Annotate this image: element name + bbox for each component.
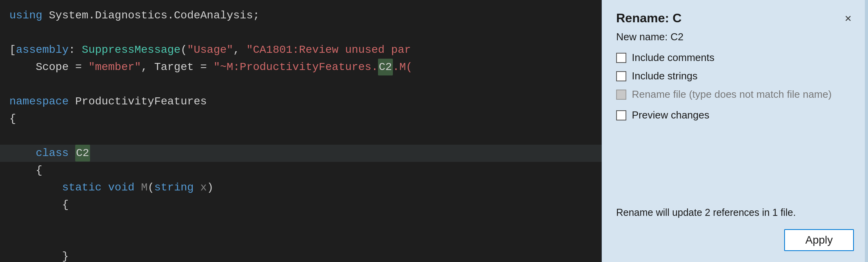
code-line-14: } (0, 248, 602, 262)
code-line-6: { (0, 110, 602, 127)
panel-scrollbar (865, 0, 868, 262)
checkbox-include-comments[interactable] (616, 53, 626, 63)
code-line-1: using System.Diagnostics.CodeAnalysis; (0, 7, 602, 24)
code-line-8: class C2 (0, 145, 602, 162)
option-rename-file-label: Rename file (type does not match file na… (632, 88, 832, 100)
option-include-comments: Include comments (616, 52, 854, 64)
info-text: Rename will update 2 references in 1 fil… (616, 130, 854, 218)
apply-button[interactable]: Apply (784, 229, 854, 251)
option-preview-changes-label: Preview changes (632, 109, 709, 121)
code-line-3: [assembly: SuppressMessage("Usage", "CA1… (0, 41, 602, 59)
panel-header: Rename: C × (616, 11, 854, 25)
code-line-4: Scope = "member", Target = "~M:Productiv… (0, 59, 602, 76)
checkbox-preview-changes[interactable] (616, 110, 626, 120)
options-group: Include comments Include strings Rename … (616, 52, 854, 100)
code-line-10: static void M(string x) (0, 179, 602, 196)
code-line-11: { (0, 196, 602, 214)
option-preview-changes: Preview changes (616, 109, 854, 121)
rename-panel: Rename: C × New name: C2 Include comment… (602, 0, 868, 262)
panel-title: Rename: C (616, 11, 682, 25)
checkbox-rename-file (616, 90, 626, 100)
option-include-comments-label: Include comments (632, 52, 714, 64)
code-editor: using System.Diagnostics.CodeAnalysis; [… (0, 0, 602, 262)
checkbox-include-strings[interactable] (616, 71, 626, 81)
close-button[interactable]: × (842, 12, 854, 25)
new-name-label: New name: C2 (616, 31, 854, 43)
kw-using: using (9, 7, 42, 24)
code-line-5: namespace ProductivityFeatures (0, 93, 602, 110)
option-include-strings-label: Include strings (632, 70, 698, 82)
code-line-9: { (0, 162, 602, 179)
option-include-strings: Include strings (616, 70, 854, 82)
option-rename-file: Rename file (type does not match file na… (616, 88, 854, 100)
